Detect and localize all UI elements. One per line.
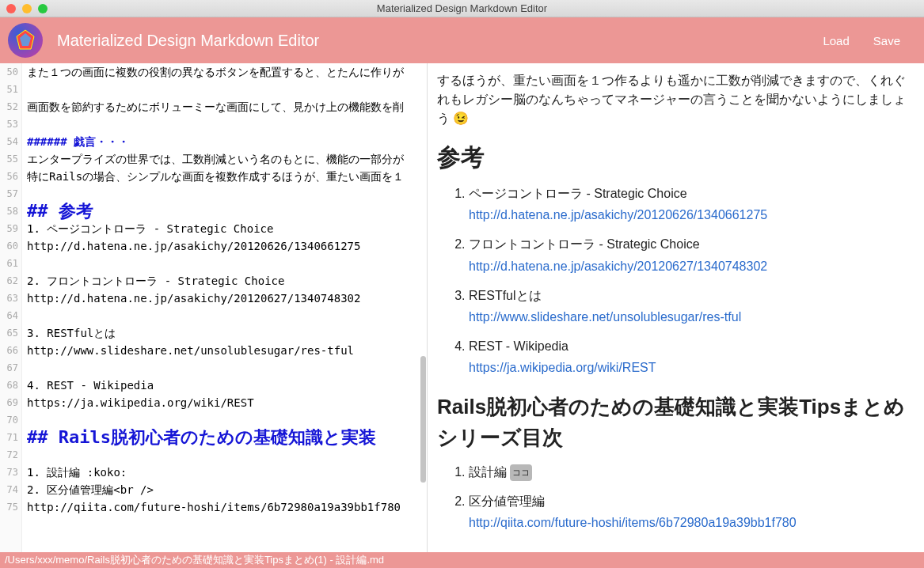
editor-line[interactable]: また１つの画面に複数の役割の異なるボタンを配置すると、とたんに作りが: [27, 63, 427, 81]
line-number: 54: [0, 133, 18, 150]
list-item: ページコントローラ - Strategic Choicehttp://d.hat…: [469, 183, 911, 225]
reference-link[interactable]: https://ja.wikipedia.org/wiki/REST: [469, 361, 656, 374]
preview-pane[interactable]: するほうが、重たい画面を１つ作るよりも遥かに工数が削減できますので、くれぐれもレ…: [428, 63, 924, 552]
line-number: 63: [0, 290, 18, 307]
list-item: フロントコントローラ - Strategic Choicehttp://d.ha…: [469, 233, 911, 276]
line-number: 58: [0, 203, 18, 220]
editor-line[interactable]: 特にRailsの場合、シンプルな画面を複数作成するほうが、重たい画面を１: [27, 168, 427, 185]
line-number: 69: [0, 394, 18, 411]
line-number: 74: [0, 481, 18, 498]
line-number: 66: [0, 342, 18, 359]
editor-line[interactable]: http://d.hatena.ne.jp/asakichy/20120626/…: [27, 237, 427, 255]
line-number: 70: [0, 411, 18, 429]
maximize-icon[interactable]: [38, 4, 48, 13]
reference-title: RESTfulとは: [469, 285, 911, 306]
list-item: RESTfulとはhttp://www.slideshare.net/unsol…: [469, 285, 911, 328]
editor-line[interactable]: [27, 81, 427, 98]
reference-title: フロントコントローラ - Strategic Choice: [469, 233, 911, 255]
reference-link[interactable]: http://d.hatena.ne.jp/asakichy/20120627/…: [469, 259, 767, 273]
line-number: 75: [0, 498, 18, 516]
line-number: 73: [0, 464, 18, 481]
editor-line[interactable]: [27, 307, 427, 324]
editor-line[interactable]: http://d.hatena.ne.jp/asakichy/20120627/…: [27, 290, 427, 307]
line-number-gutter: 5051525354555657585960616263646566676869…: [0, 63, 22, 552]
series-title: 区分値管理編: [469, 494, 545, 508]
preview-h1-sankou: 参考: [437, 139, 911, 175]
minimize-icon[interactable]: [22, 4, 32, 13]
editor-line[interactable]: 4. REST - Wikipedia: [27, 377, 427, 394]
editor-line[interactable]: [27, 359, 427, 377]
editor-line[interactable]: 2. フロントコントローラ - Strategic Choice: [27, 272, 427, 290]
line-number: 52: [0, 98, 18, 115]
editor-line[interactable]: 1. 設計編 :koko:: [27, 464, 427, 481]
line-number: 51: [0, 81, 18, 98]
editor-scrollbar[interactable]: [420, 356, 426, 483]
load-button[interactable]: Load: [815, 29, 857, 52]
line-number: 62: [0, 272, 18, 290]
line-number: 50: [0, 63, 18, 81]
close-icon[interactable]: [6, 4, 16, 13]
line-number: 64: [0, 307, 18, 324]
editor-line[interactable]: 1. ページコントローラ - Strategic Choice: [27, 220, 427, 237]
editor-line[interactable]: 3. RESTfulとは: [27, 324, 427, 342]
editor-line[interactable]: http://qiita.com/future-hoshi/items/6b72…: [27, 498, 427, 516]
editor-line[interactable]: [27, 115, 427, 133]
list-item: REST - Wikipediahttps://ja.wikipedia.org…: [469, 335, 911, 378]
reference-title: REST - Wikipedia: [469, 335, 911, 357]
line-number: 67: [0, 359, 18, 377]
statusbar: /Users/xxx/memo/Rails脱初心者のための基礎知識と実装Tips…: [0, 552, 924, 568]
editor-content[interactable]: また１つの画面に複数の役割の異なるボタンを配置すると、とたんに作りが画面数を節約…: [24, 63, 427, 552]
main-split: 5051525354555657585960616263646566676869…: [0, 63, 924, 552]
preview-series-list: 設計編 ココ区分値管理編 http://qiita.com/future-hos…: [437, 461, 911, 534]
app-logo-icon: [8, 23, 43, 58]
list-item: 設計編 ココ: [469, 461, 911, 483]
editor-line[interactable]: [27, 411, 427, 429]
line-number: 60: [0, 237, 18, 255]
editor-line[interactable]: [27, 185, 427, 203]
line-number: 56: [0, 168, 18, 185]
line-number: 68: [0, 377, 18, 394]
koko-badge-icon: ココ: [510, 464, 532, 481]
line-number: 71: [0, 429, 18, 446]
window-controls: [0, 4, 48, 13]
series-link[interactable]: http://qiita.com/future-hoshi/items/6b72…: [469, 516, 797, 529]
preview-h2-series: Rails脱初心者のための基礎知識と実装Tipsまとめシリーズ目次: [437, 392, 911, 453]
line-number: 55: [0, 150, 18, 168]
editor-line[interactable]: ## 参考: [27, 203, 427, 220]
editor-line[interactable]: 2. 区分値管理編<br />: [27, 481, 427, 498]
reference-link[interactable]: http://d.hatena.ne.jp/asakichy/20120626/…: [469, 208, 767, 222]
appbar: Materialized Design Markdown Editor Load…: [0, 17, 924, 63]
app-title: Materialized Design Markdown Editor: [57, 32, 319, 50]
series-title: 設計編: [469, 465, 510, 479]
line-number: 65: [0, 324, 18, 342]
reference-link[interactable]: http://www.slideshare.net/unsolublesugar…: [469, 310, 741, 324]
list-item: 区分値管理編 http://qiita.com/future-hoshi/ite…: [469, 490, 911, 533]
line-number: 53: [0, 115, 18, 133]
line-number: 61: [0, 255, 18, 272]
line-number: 72: [0, 446, 18, 464]
reference-title: ページコントローラ - Strategic Choice: [469, 183, 911, 204]
line-number: 57: [0, 185, 18, 203]
editor-line[interactable]: [27, 255, 427, 272]
window-title: Materialized Design Markdown Editor: [377, 2, 547, 14]
editor-line[interactable]: [27, 446, 427, 464]
preview-paragraph: するほうが、重たい画面を１つ作るよりも遥かに工数が削減できますので、くれぐれもレ…: [437, 71, 911, 128]
statusbar-path: /Users/xxx/memo/Rails脱初心者のための基礎知識と実装Tips…: [5, 553, 384, 567]
editor-line[interactable]: http://www.slideshare.net/unsolublesugar…: [27, 342, 427, 359]
line-number: 59: [0, 220, 18, 237]
editor-line[interactable]: https://ja.wikipedia.org/wiki/REST: [27, 394, 427, 411]
editor-line[interactable]: ## Rails脱初心者のための基礎知識と実装: [27, 429, 427, 446]
editor-pane[interactable]: 5051525354555657585960616263646566676869…: [0, 63, 428, 552]
editor-line[interactable]: エンタープライズの世界では、工数削減という名のもとに、機能の一部分が: [27, 150, 427, 168]
titlebar: Materialized Design Markdown Editor: [0, 0, 924, 17]
editor-line[interactable]: 画面数を節約するためにボリューミーな画面にして、見かけ上の機能数を削: [27, 98, 427, 115]
preview-references-list: ページコントローラ - Strategic Choicehttp://d.hat…: [437, 183, 911, 379]
editor-line[interactable]: ###### 戯言・・・: [27, 133, 427, 150]
save-button[interactable]: Save: [865, 29, 908, 52]
